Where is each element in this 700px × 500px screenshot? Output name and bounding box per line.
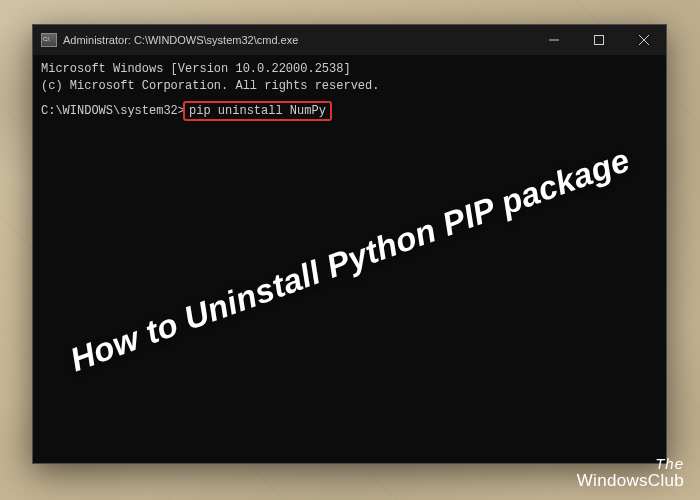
terminal-prompt-row: C:\WINDOWS\system32> pip uninstall NumPy [41,101,658,122]
close-icon [639,35,649,45]
window-title: Administrator: C:\WINDOWS\system32\cmd.e… [63,34,531,46]
terminal-prompt: C:\WINDOWS\system32> [41,103,185,120]
svg-rect-1 [594,36,603,45]
watermark: The WindowsClub [577,456,684,490]
watermark-line1: The [577,456,684,472]
command-highlight-box: pip uninstall NumPy [183,101,332,122]
terminal-output-line: (c) Microsoft Corporation. All rights re… [41,78,658,95]
cmd-window: Administrator: C:\WINDOWS\system32\cmd.e… [32,24,667,464]
watermark-line2: WindowsClub [577,472,684,490]
terminal-output-line: Microsoft Windows [Version 10.0.22000.25… [41,61,658,78]
maximize-button[interactable] [576,25,621,55]
titlebar[interactable]: Administrator: C:\WINDOWS\system32\cmd.e… [33,25,666,55]
terminal-body[interactable]: Microsoft Windows [Version 10.0.22000.25… [33,55,666,463]
cmd-icon [41,33,57,47]
close-button[interactable] [621,25,666,55]
window-controls [531,25,666,55]
minimize-button[interactable] [531,25,576,55]
terminal-command: pip uninstall NumPy [189,104,326,118]
maximize-icon [594,35,604,45]
minimize-icon [549,35,559,45]
